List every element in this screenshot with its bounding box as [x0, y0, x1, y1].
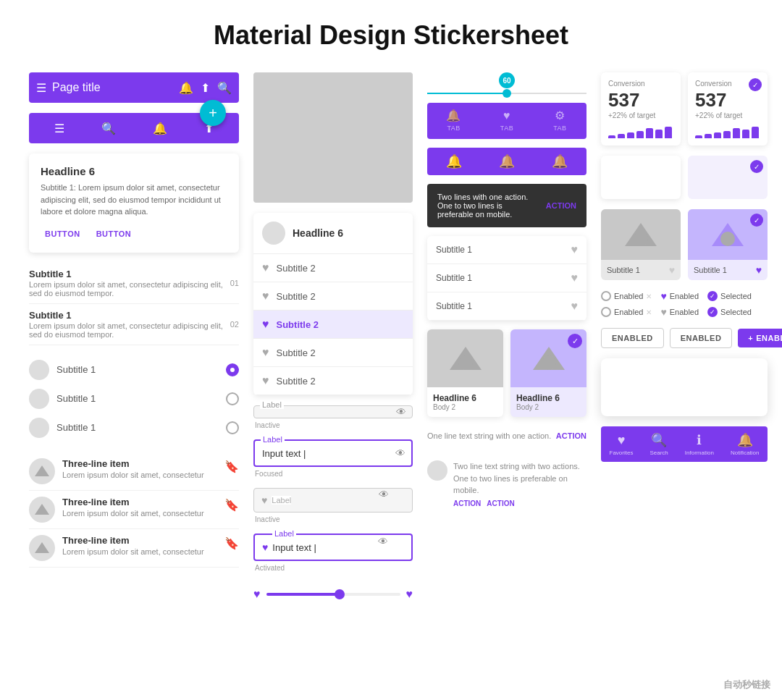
- fab-button[interactable]: +: [200, 100, 226, 126]
- bottom-nav-notification[interactable]: 🔔 Notification: [731, 432, 760, 456]
- sel-radio-enabled-2[interactable]: Enabled ✕: [601, 306, 652, 318]
- notification-icon[interactable]: 🔔: [179, 81, 193, 95]
- menu-icon[interactable]: ☰: [36, 81, 46, 95]
- eye-icon-activated[interactable]: 👁: [378, 536, 388, 547]
- stat-bars-2: [695, 124, 760, 138]
- sel-heart-label-2: Enabled: [670, 308, 699, 316]
- search-icon[interactable]: 🔍: [217, 81, 232, 95]
- btn-filled[interactable]: + ENABLED: [738, 329, 782, 347]
- tab-item-1[interactable]: 🔔 TAB: [427, 103, 480, 139]
- sel-check-selected-1[interactable]: ✓ Selected: [707, 290, 752, 302]
- page-header: Material Design Stickersheet: [0, 0, 782, 65]
- radio-item-1[interactable]: Subtitle 1: [29, 355, 239, 384]
- selection-row-2: Enabled ✕ ♥ Enabled ✓ Selected: [601, 306, 768, 318]
- detail-item-4[interactable]: ♥ Subtitle 2: [253, 339, 413, 367]
- stat-bars-1: [608, 124, 673, 138]
- image-card-img-2: ✓: [510, 329, 586, 387]
- table-heart-1[interactable]: ♥: [571, 243, 579, 256]
- sel-heart-enabled-1[interactable]: ♥ Enabled: [660, 290, 699, 302]
- bottom-nav-info[interactable]: ℹ Information: [685, 432, 714, 456]
- two-line-action-btn-1[interactable]: ACTION: [453, 499, 481, 507]
- table-heart-3[interactable]: ♥: [571, 300, 579, 313]
- input-activated-wrapper[interactable]: ♥ Label Input text | 👁: [253, 534, 413, 561]
- nav-search-icon[interactable]: 🔍: [101, 122, 116, 135]
- bottom-nav-search[interactable]: 🔍 Search: [649, 432, 668, 456]
- stat-value-1: 537: [608, 89, 673, 111]
- sel-radio-x-2: ✕: [646, 308, 652, 316]
- img-card-heart-2[interactable]: ♥: [756, 264, 762, 276]
- bar2-6: [742, 130, 749, 138]
- table-heart-2[interactable]: ♥: [571, 271, 579, 284]
- radio-item-3[interactable]: Subtitle 1: [29, 413, 239, 442]
- radio-circle-2[interactable]: [226, 392, 239, 405]
- tab-item-3[interactable]: ⚙ TAB: [534, 103, 586, 139]
- three-line-title-1: Three-line item: [62, 458, 217, 469]
- slider-track[interactable]: [266, 593, 400, 596]
- selection-controls: Enabled ✕ ♥ Enabled ✓ Selected Enabled ✕: [601, 290, 768, 318]
- eye-icon-inactive[interactable]: 👁: [396, 406, 406, 418]
- btn-enabled-2[interactable]: ENABLED: [670, 328, 733, 348]
- detail-item-1[interactable]: ♥ Subtitle 2: [253, 254, 413, 282]
- badge-track[interactable]: [427, 93, 586, 94]
- bar2-3: [714, 132, 721, 138]
- tab-icon-1: 🔔: [446, 109, 461, 122]
- tab-item-2[interactable]: ♥ TAB: [480, 103, 533, 139]
- nav-notification-icon[interactable]: 🔔: [153, 122, 167, 135]
- stat-badge-2: ✓: [749, 78, 762, 91]
- three-line-sub-2: Lorem ipsum dolor sit amet, consectetur: [62, 509, 217, 518]
- sel-heart-2: ♥: [660, 306, 666, 318]
- sel-check-selected-2[interactable]: ✓ Selected: [707, 306, 752, 318]
- input-disabled-status: Inactive: [255, 515, 413, 523]
- img-card-1: Subtitle 1 ♥: [601, 209, 681, 280]
- radio-circle-1[interactable]: [226, 363, 239, 376]
- nav-menu-icon[interactable]: ☰: [54, 122, 64, 135]
- radio-circle-3[interactable]: [226, 421, 239, 434]
- data-table: Subtitle 1 ♥ Subtitle 1 ♥ Subtitle 1 ♥: [427, 236, 586, 321]
- tab-icon-only-1[interactable]: 🔔: [446, 153, 462, 169]
- radio-label-2: Subtitle 1: [56, 393, 96, 404]
- detail-item-3[interactable]: ♥ Subtitle 2: [253, 311, 413, 339]
- sel-heart-1: ♥: [660, 290, 666, 302]
- bottom-app-bar: ♥ Favorites 🔍 Search ℹ Information 🔔 Not…: [601, 426, 768, 462]
- detail-item-5[interactable]: ♥ Subtitle 2: [253, 367, 413, 395]
- input-inactive: Label 👁 Inactive: [253, 405, 413, 429]
- img-card-title-2: Subtitle 1: [694, 266, 727, 274]
- input-focused-wrapper[interactable]: Label Input text | 👁: [253, 439, 413, 467]
- stats-row: Conversion 537 +22% of target ✓ Conversi…: [601, 72, 768, 146]
- input-activated-label: Label: [272, 529, 296, 538]
- two-line-action-btn-2[interactable]: ACTION: [487, 499, 514, 507]
- bottom-nav-favorites[interactable]: ♥ Favorites: [610, 433, 634, 456]
- three-line-avatar-1: [29, 458, 55, 484]
- sel-heart-enabled-2[interactable]: ♥ Enabled: [660, 306, 699, 318]
- detail-item-2[interactable]: ♥ Subtitle 2: [253, 282, 413, 311]
- img-card-body-2: ✓: [688, 209, 768, 260]
- input-inactive-wrapper[interactable]: Label 👁: [253, 405, 413, 418]
- snackbar-action[interactable]: ACTION: [546, 201, 576, 210]
- list-item-1: Subtitle 1 Lorem ipsum dolor sit amet, c…: [29, 263, 239, 304]
- share-icon[interactable]: ⬆: [201, 81, 210, 95]
- one-line-action-btn[interactable]: ACTION: [556, 431, 586, 440]
- card-button-2[interactable]: BUTTON: [92, 227, 136, 241]
- tab-icon-only-3[interactable]: 🔔: [552, 153, 568, 169]
- column-1: ☰ Page title 🔔 ⬆ 🔍 + ☰ 🔍 🔔 ⬆ Headline 6 …: [29, 72, 239, 607]
- eye-icon-focused[interactable]: 👁: [395, 447, 405, 459]
- tab-bar-labeled: 🔔 TAB ♥ TAB ⚙ TAB: [427, 103, 586, 139]
- slider-thumb[interactable]: [335, 589, 345, 599]
- radio-label-1: Subtitle 1: [56, 364, 96, 375]
- page-title: Material Design Stickersheet: [0, 20, 782, 51]
- btn-enabled-1[interactable]: ENABLED: [601, 328, 664, 348]
- card-button-1[interactable]: BUTTON: [41, 227, 85, 241]
- sel-radio-enabled-1[interactable]: Enabled ✕: [601, 290, 652, 302]
- one-line-action: One line text string with one action. AC…: [427, 426, 586, 446]
- tab-icon-only-2[interactable]: 🔔: [499, 153, 515, 169]
- one-line-text: One line text string with one action.: [427, 431, 556, 440]
- card-triangle-1: [450, 347, 482, 370]
- bar2-7: [752, 127, 759, 138]
- table-row-3: Subtitle 1 ♥: [427, 292, 586, 321]
- input-inactive-label: Label: [260, 400, 284, 409]
- stat-card-2: ✓ Conversion 537 +22% of target: [688, 72, 768, 146]
- input-focused-status: Focused: [255, 470, 413, 478]
- radio-item-2[interactable]: Subtitle 1: [29, 384, 239, 413]
- img-card-heart-1[interactable]: ♥: [669, 264, 675, 276]
- list-subtitle-1: Lorem ipsum dolor sit amet, consectetur …: [29, 280, 230, 298]
